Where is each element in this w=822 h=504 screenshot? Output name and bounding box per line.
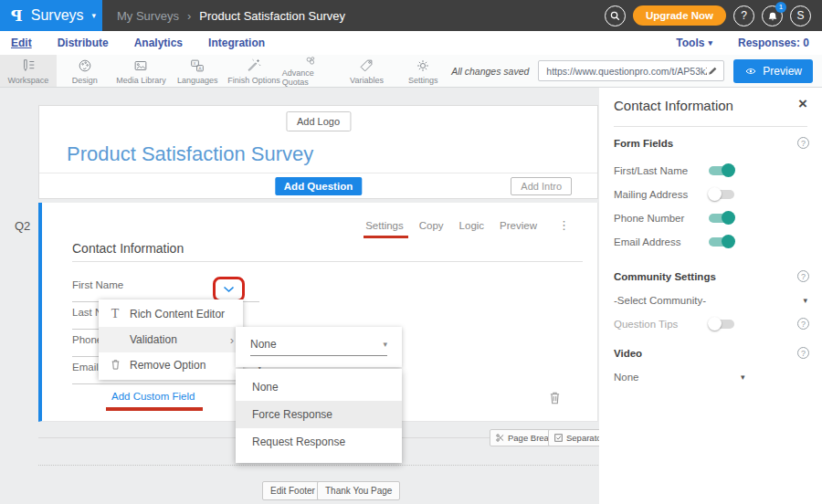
notifications-button[interactable]: 1: [762, 5, 783, 26]
video-select[interactable]: None: [614, 372, 639, 383]
tab-distribute[interactable]: Distribute: [58, 37, 109, 49]
chevron-down-icon[interactable]: ▾: [803, 296, 807, 305]
field-label-first-name[interactable]: First Name: [72, 279, 123, 290]
toggle-email-address[interactable]: [709, 236, 736, 247]
submenu-arrow-icon: ›: [230, 333, 234, 347]
field-input-email[interactable]: [72, 383, 259, 384]
trash-icon: [108, 359, 122, 373]
close-icon[interactable]: ×: [798, 96, 807, 111]
toggle-question-tips[interactable]: [709, 318, 736, 330]
survey-title[interactable]: Product Satisfaction Survey: [67, 142, 313, 166]
toggle-label-phone-number: Phone Number: [614, 213, 684, 224]
preview-label: Preview: [763, 65, 802, 78]
thank-you-page-button[interactable]: Thank You Page: [317, 481, 400, 500]
toggle-phone-number[interactable]: [709, 212, 736, 224]
help-button[interactable]: ?: [733, 5, 754, 26]
delete-question-button[interactable]: [549, 391, 561, 408]
menu-item-rich-content-editor[interactable]: T Rich Content Editor: [99, 301, 243, 327]
help-icon[interactable]: ?: [797, 318, 809, 330]
survey-header-footer: Add Question Add Intro: [39, 173, 597, 198]
trash-icon: [549, 391, 561, 404]
survey-url-field[interactable]: https://www.questionpro.com/t/AP53kZgUI: [538, 60, 724, 81]
upgrade-now-button[interactable]: Upgrade Now: [633, 5, 726, 26]
help-icon[interactable]: ?: [797, 137, 809, 149]
search-button[interactable]: [605, 5, 626, 26]
scissors-icon: [496, 434, 504, 442]
languages-label: Languages: [177, 76, 218, 85]
edit-footer-button[interactable]: Edit Footer: [262, 481, 323, 500]
sidebar-divider: [614, 126, 807, 127]
help-icon[interactable]: ?: [797, 270, 809, 282]
add-custom-field-link[interactable]: Add Custom Field: [111, 391, 195, 402]
question-copy-link[interactable]: Copy: [419, 220, 444, 231]
responses-count[interactable]: Responses: 0: [738, 37, 809, 49]
rich-content-editor-label: Rich Content Editor: [130, 308, 225, 320]
breadcrumb: My Surveys › Product Satisfaction Survey: [117, 9, 345, 23]
toolbar-languages[interactable]: xA Languages: [169, 55, 226, 87]
toggle-knob: [708, 187, 722, 201]
toolbar-right: All changes saved https://www.questionpr…: [451, 55, 822, 87]
toggle-knob: [722, 235, 735, 248]
validation-select[interactable]: None ▾: [250, 338, 387, 356]
tools-menu[interactable]: Tools▾: [676, 37, 712, 49]
toggle-mailing-address[interactable]: [709, 188, 736, 200]
top-bar: P Surveys ▾ My Surveys › Product Satisfa…: [0, 0, 822, 31]
eye-icon: [744, 67, 757, 76]
chevron-down-icon[interactable]: ▾: [741, 373, 745, 382]
community-settings-heading: Community Settings: [614, 271, 716, 282]
question-number-label: Q2: [15, 219, 30, 233]
help-icon[interactable]: ?: [797, 347, 809, 359]
question-tips-label: Question Tips: [614, 319, 678, 330]
edit-pencil-icon[interactable]: [707, 66, 718, 77]
tab-integration[interactable]: Integration: [208, 37, 265, 49]
option-force-response[interactable]: Force Response: [236, 401, 402, 428]
finish-options-label: Finish Options: [227, 76, 280, 85]
toggle-first-last-name[interactable]: [709, 164, 736, 176]
toolbar-finish-options[interactable]: Finish Options: [226, 55, 282, 87]
chevron-down-icon: ▾: [92, 12, 97, 20]
add-intro-button[interactable]: Add Intro: [511, 177, 572, 195]
nav-right: Tools▾ Responses: 0: [676, 37, 822, 49]
field-options-dropdown[interactable]: [213, 277, 245, 302]
video-heading: Video: [614, 348, 642, 359]
question-preview-link[interactable]: Preview: [500, 220, 537, 231]
menu-item-validation[interactable]: Validation ›: [99, 327, 243, 352]
survey-editor-app: P Surveys ▾ My Surveys › Product Satisfa…: [0, 0, 822, 504]
toolbar-workspace[interactable]: Workspace: [0, 55, 57, 87]
avatar-initial: S: [796, 9, 804, 22]
question-title-divider: [72, 261, 583, 262]
question-title[interactable]: Contact Information: [72, 241, 184, 256]
menu-item-remove-option[interactable]: Remove Option: [99, 352, 243, 378]
question-settings-link[interactable]: Settings: [365, 220, 404, 231]
questionpro-logo-icon: P: [11, 6, 23, 25]
account-avatar[interactable]: S: [790, 5, 811, 26]
toggle-knob: [708, 317, 722, 331]
preview-button[interactable]: Preview: [733, 59, 813, 83]
notification-badge: 1: [775, 2, 786, 13]
toggle-label-mailing-address: Mailing Address: [614, 189, 688, 200]
chevron-down-icon: ▾: [383, 341, 387, 349]
search-icon: [609, 10, 621, 22]
add-question-button[interactable]: Add Question: [275, 177, 362, 195]
breadcrumb-my-surveys[interactable]: My Surveys: [117, 9, 179, 23]
topbar-actions: Upgrade Now ? 1 S: [605, 5, 822, 26]
question-more-menu-icon[interactable]: ⋮: [558, 218, 570, 232]
survey-url-text: https://www.questionpro.com/t/AP53kZgUI: [546, 66, 707, 77]
toolbar-settings[interactable]: Settings: [395, 55, 451, 87]
product-menu[interactable]: P Surveys ▾: [0, 0, 102, 31]
sidebar-title: Contact Information: [614, 98, 733, 113]
toolbar-design[interactable]: Design: [57, 55, 113, 87]
toolbar-media-library[interactable]: Media Library: [113, 55, 170, 87]
toolbar-variables[interactable]: Variables: [339, 55, 395, 87]
media-library-icon: [132, 58, 149, 74]
toggle-label-email-address: Email Address: [614, 236, 681, 247]
toolbar-advance-quotas[interactable]: Advance Quotas: [282, 55, 339, 87]
tab-edit[interactable]: Edit: [11, 37, 32, 49]
tab-analytics[interactable]: Analytics: [134, 37, 183, 49]
question-logic-link[interactable]: Logic: [459, 220, 485, 231]
add-logo-button[interactable]: Add Logo: [286, 111, 351, 131]
option-none[interactable]: None: [236, 373, 402, 401]
chevron-down-icon: [223, 286, 235, 293]
community-select[interactable]: -Select Community-: [614, 295, 706, 306]
option-request-response[interactable]: Request Response: [236, 428, 402, 456]
